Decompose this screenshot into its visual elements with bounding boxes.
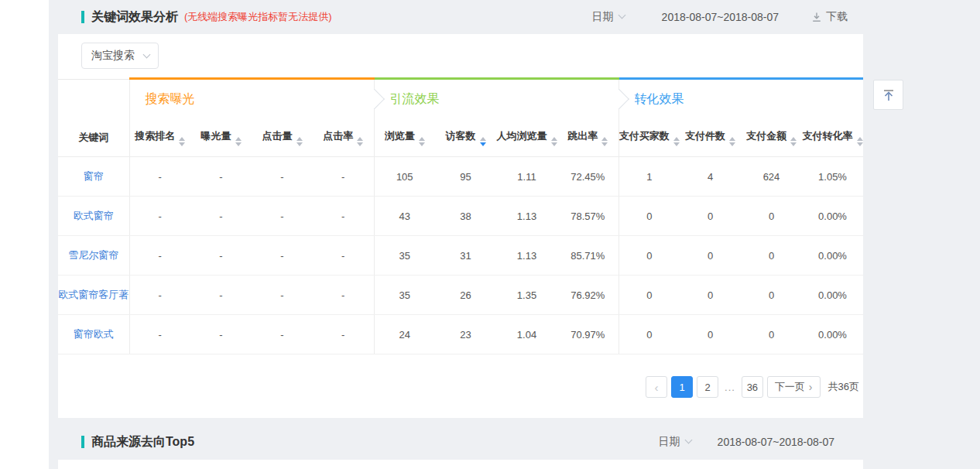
column-header-sortable[interactable]: 点击率 <box>313 119 374 157</box>
group-header-spacer <box>58 79 129 119</box>
sort-icon[interactable] <box>235 137 242 146</box>
sort-icon[interactable] <box>296 137 303 146</box>
table-cell: - <box>252 236 313 276</box>
table-cell: 0.00% <box>802 315 863 354</box>
table-cell: - <box>252 197 313 236</box>
table-row: 雪尼尔窗帘 ----35311.1385.71%0000.00% <box>58 236 863 276</box>
date-filter-dropdown[interactable]: 日期 <box>592 10 625 24</box>
table-cell: 43 <box>374 197 435 236</box>
table-cell: - <box>129 157 190 197</box>
table-cell: 76.92% <box>557 276 618 315</box>
sort-icon[interactable] <box>357 137 363 146</box>
table-cell: 31 <box>435 236 496 276</box>
table-cell: 0 <box>741 315 802 354</box>
table-cell: 35 <box>374 276 435 315</box>
table-cell: 0 <box>680 236 741 276</box>
column-header-sortable[interactable]: 跳出率 <box>557 119 618 157</box>
column-header-sortable[interactable]: 曝光量 <box>190 119 252 157</box>
table-cell: 26 <box>435 276 496 315</box>
pagination-page-1[interactable]: 1 <box>671 376 693 398</box>
table-cell: - <box>313 276 374 315</box>
channel-select-value: 淘宝搜索 <box>91 49 135 63</box>
column-header-sortable[interactable]: 点击量 <box>252 119 313 157</box>
keyword-link[interactable]: 欧式窗帘 <box>58 197 129 236</box>
table-cell: - <box>129 276 190 315</box>
next-card-top-edge <box>58 460 863 469</box>
table-cell: 0.00% <box>802 197 863 236</box>
chevron-down-icon <box>684 436 692 444</box>
table-cell: - <box>129 315 190 354</box>
pagination-total-pages: 共36页 <box>828 380 859 394</box>
app-window: 关键词效果分析 (无线端搜索曝光指标暂无法提供) 日期 2018-08-07~2… <box>0 0 980 469</box>
table-cell: 0.00% <box>802 276 863 315</box>
column-header-keyword: 关键词 <box>58 119 129 157</box>
column-header-sortable[interactable]: 支付转化率 <box>802 119 863 157</box>
pagination-page-2[interactable]: 2 <box>697 376 718 398</box>
table-cell: 78.57% <box>557 197 618 236</box>
keyword-link[interactable]: 窗帘欧式 <box>58 315 129 354</box>
keyword-link[interactable]: 欧式窗帘客厅著 <box>58 276 129 315</box>
table-cell: 0 <box>741 276 802 315</box>
table-cell: 0 <box>618 197 680 236</box>
table-cell: 105 <box>374 157 435 197</box>
table-cell: 1.35 <box>496 276 557 315</box>
table-cell: 1.04 <box>496 315 557 354</box>
pagination-ellipsis: ... <box>722 382 738 393</box>
chevron-down-icon <box>143 51 151 59</box>
table-cell: 0 <box>741 197 802 236</box>
table-row: 窗帘 ----105951.1172.45%146241.05% <box>58 157 863 197</box>
table-cell: 0 <box>618 236 680 276</box>
download-button[interactable]: 下载 <box>811 10 848 24</box>
table-cell: 72.45% <box>557 157 618 197</box>
column-header-sortable[interactable]: 搜索排名 <box>129 119 190 157</box>
pagination-prev-button[interactable]: ‹ <box>646 376 667 398</box>
sort-icon[interactable] <box>419 137 425 146</box>
column-header-sortable[interactable]: 支付金额 <box>741 119 802 157</box>
keyword-link[interactable]: 窗帘 <box>58 157 129 197</box>
table-cell: - <box>190 157 252 197</box>
keyword-link[interactable]: 雪尼尔窗帘 <box>58 236 129 276</box>
table-cell: 0 <box>680 276 741 315</box>
sort-icon[interactable] <box>790 137 797 146</box>
table-cell: 0 <box>618 276 680 315</box>
keyword-effect-table: 搜索曝光 引流效果 转化效果 关键词 搜索排名 曝光量 点击量 点击率 浏览量 <box>58 77 863 354</box>
channel-select[interactable]: 淘宝搜索 <box>81 43 159 69</box>
table-cell: - <box>129 236 190 276</box>
column-header-sortable[interactable]: 支付买家数 <box>618 119 680 157</box>
column-header-sortable[interactable]: 浏览量 <box>374 119 435 157</box>
table-cell: 95 <box>435 157 496 197</box>
table-cell: - <box>252 315 313 354</box>
keyword-table-card: 淘宝搜索 搜索曝光 引流效果 转化效果 <box>58 34 863 418</box>
pagination-page-36[interactable]: 36 <box>742 376 763 398</box>
sort-icon[interactable] <box>601 137 608 146</box>
sort-icon[interactable] <box>179 137 185 146</box>
table-body: 窗帘 ----105951.1172.45%146241.05% 欧式窗帘 --… <box>58 157 863 354</box>
table-cell: - <box>190 197 252 236</box>
sort-icon[interactable] <box>857 137 863 146</box>
column-header-sortable-active[interactable]: 访客数 <box>435 119 496 157</box>
sort-icon[interactable] <box>729 137 735 146</box>
pagination: ‹ 1 2 ... 36 下一页 › 共36页 <box>646 376 859 398</box>
column-header-sortable[interactable]: 人均浏览量 <box>496 119 557 157</box>
column-header-row: 关键词 搜索排名 曝光量 点击量 点击率 浏览量 访客数 人均浏览量 跳出率 支… <box>58 119 863 157</box>
download-icon <box>811 12 822 22</box>
title-note: (无线端搜索曝光指标暂无法提供) <box>184 10 332 24</box>
sort-icon[interactable] <box>551 137 557 146</box>
sort-icon-active-desc[interactable] <box>480 137 486 146</box>
table-cell: 70.97% <box>557 315 618 354</box>
pagination-next-label: 下一页 <box>775 380 805 394</box>
sort-icon[interactable] <box>673 137 680 146</box>
group-header-conversion-effect: 转化效果 <box>618 79 863 119</box>
download-label: 下载 <box>826 10 848 24</box>
pagination-next-button[interactable]: 下一页 › <box>767 376 821 398</box>
group-header-row: 搜索曝光 引流效果 转化效果 <box>58 79 863 119</box>
table-cell: - <box>190 236 252 276</box>
date-range-value: 2018-08-07~2018-08-07 <box>662 11 779 23</box>
table-cell: 1.13 <box>496 197 557 236</box>
title-accent-bar <box>81 11 84 23</box>
column-header-sortable[interactable]: 支付件数 <box>680 119 741 157</box>
date-filter-dropdown[interactable]: 日期 <box>659 435 691 449</box>
back-to-top-button[interactable] <box>873 80 903 110</box>
table-row: 欧式窗帘 ----43381.1378.57%0000.00% <box>58 197 863 236</box>
title-accent-bar <box>81 436 84 448</box>
